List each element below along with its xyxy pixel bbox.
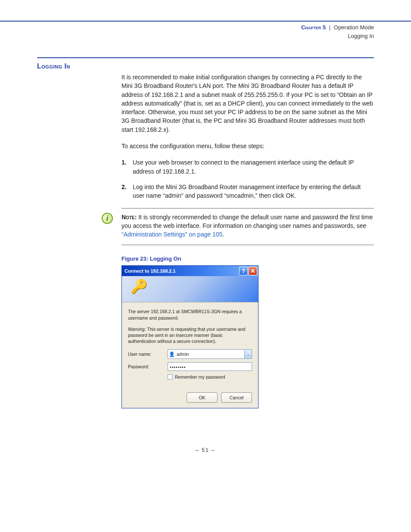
password-label: Password: (128, 364, 168, 369)
step-text: Log into the Mini 3G Broadband Router ma… (133, 183, 374, 200)
section-title: Logging In (37, 57, 374, 70)
dialog-message-1: The server 192.168.2.1 at SMCWBR11S-3GN … (128, 308, 252, 320)
dialog-body: The server 192.168.2.1 at SMCWBR11S-3GN … (122, 302, 258, 408)
keys-icon: 🔑 (131, 280, 148, 293)
page-number: – 51 – (0, 447, 411, 453)
close-button[interactable]: ✕ (249, 267, 257, 275)
note-body: It is strongly recommended to change the… (121, 214, 373, 229)
help-button[interactable]: ? (239, 267, 248, 275)
step-text: Use your web browser to connect to the m… (133, 158, 374, 176)
dialog-titlebar: Connect to 192.168.2.1 ? ✕ (122, 266, 258, 276)
section-label: Operation Mode (334, 24, 374, 31)
person-icon: 👤 (168, 352, 176, 357)
figure-caption: Figure 23: Logging On (121, 255, 374, 262)
note-block: i Note: It is strongly recommended to ch… (121, 208, 374, 246)
steps-intro: To access the configuration menu, follow… (121, 142, 374, 150)
note-tail: . (222, 231, 224, 238)
remember-row[interactable]: Remember my password (168, 374, 252, 380)
note-text: Note: It is strongly recommended to chan… (121, 213, 374, 239)
steps-list: 1. Use your web browser to connect to th… (121, 158, 374, 200)
cancel-button[interactable]: Cancel (221, 392, 252, 403)
login-dialog: Connect to 192.168.2.1 ? ✕ 🔑 The server … (121, 265, 258, 408)
remember-label: Remember my password (175, 374, 225, 380)
note-link[interactable]: “Administration Settings” on page 105 (121, 231, 222, 238)
step-number: 1. (121, 158, 133, 176)
dialog-banner: 🔑 (122, 276, 258, 302)
ok-button[interactable]: OK (187, 392, 218, 403)
chapter-label: Chapter 5 (301, 24, 326, 31)
username-label: User name: (128, 352, 168, 357)
info-icon: i (102, 213, 113, 224)
dialog-title-text: Connect to 192.168.2.1 (125, 268, 176, 274)
note-label: Note: (121, 214, 137, 221)
username-combo[interactable]: 👤 admin ⌄ (168, 349, 252, 359)
intro-paragraph: It is recommended to make initial config… (121, 73, 374, 134)
step-number: 2. (121, 183, 133, 200)
page-header: Chapter 5 | Operation Mode Logging In (0, 21, 411, 40)
chevron-down-icon[interactable]: ⌄ (244, 350, 252, 358)
username-value: admin (176, 352, 244, 357)
remember-checkbox[interactable] (168, 374, 173, 380)
subsection-label: Logging In (348, 33, 374, 39)
password-field[interactable]: •••••••• (168, 362, 252, 371)
dialog-message-2: Warning: This server is requesting that … (128, 326, 252, 345)
header-separator: | (327, 24, 332, 31)
